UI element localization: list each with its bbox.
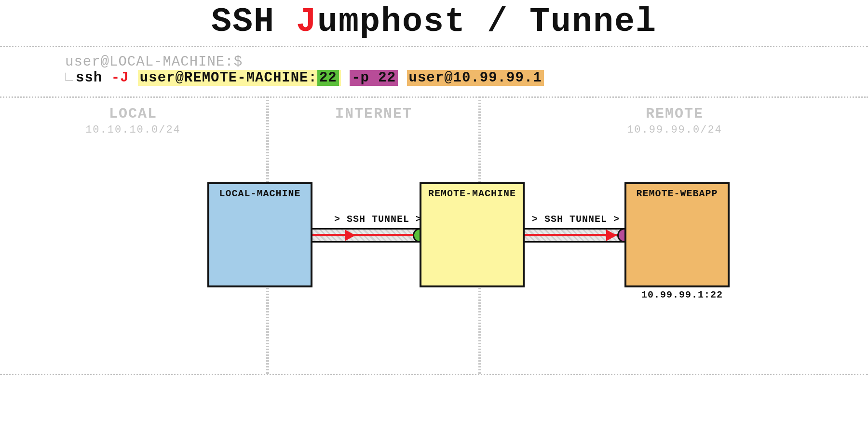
zone-remote-label: REMOTE [481, 106, 868, 122]
divider-bottom [0, 374, 868, 375]
cmd-jumphost: user@REMOTE-MACHINE:22 [138, 70, 341, 86]
zone-local-label: LOCAL [0, 106, 266, 122]
box-remote-machine: REMOTE-MACHINE [420, 182, 525, 287]
cmd-flag-p: -p 22 [350, 70, 398, 86]
box-remote-webapp: REMOTE-WEBAPP [624, 182, 730, 287]
cmd-ssh: ssh [76, 70, 111, 86]
box-local-label: LOCAL-MACHINE [209, 188, 311, 199]
shell-command: ∟ssh -J user@REMOTE-MACHINE:22 -p 22 use… [65, 70, 544, 86]
cmd-jumpport: 22 [317, 70, 339, 86]
box-target-caption: 10.99.99.1:22 [641, 289, 723, 300]
page-title: SSH Jumphost / Tunnel [0, 3, 868, 41]
title-accent: J [296, 3, 317, 41]
zone-remote-subnet: 10.99.99.0/24 [481, 124, 868, 136]
title-pre: SSH [211, 3, 296, 41]
cmd-jumphost-text: user@REMOTE-MACHINE: [140, 70, 317, 86]
box-local-machine: LOCAL-MACHINE [207, 182, 312, 287]
flow-arrow-1-icon [345, 230, 355, 241]
command-block: user@LOCAL-MACHINE:$ ∟ssh -J user@REMOTE… [65, 54, 544, 86]
cmd-target: user@10.99.99.1 [407, 70, 544, 86]
tunnel-2-label: > SSH TUNNEL > [532, 214, 620, 225]
zone-internet-label: INTERNET [269, 106, 478, 122]
shell-prompt: user@LOCAL-MACHINE:$ [65, 54, 544, 70]
diagram-stage: SSH Jumphost / Tunnel user@LOCAL-MACHINE… [0, 0, 868, 434]
box-jump-label: REMOTE-MACHINE [421, 188, 523, 199]
flow-arrow-2-icon [606, 230, 617, 241]
title-post: umphost / Tunnel [317, 3, 657, 41]
prompt-arrow-icon: ∟ [65, 69, 73, 85]
divider-top [0, 46, 868, 47]
box-target-label: REMOTE-WEBAPP [626, 188, 728, 199]
cmd-flag-j: -J [111, 70, 129, 86]
tunnel-1-label: > SSH TUNNEL > [334, 214, 422, 225]
zone-local-subnet: 10.10.10.0/24 [0, 124, 266, 136]
